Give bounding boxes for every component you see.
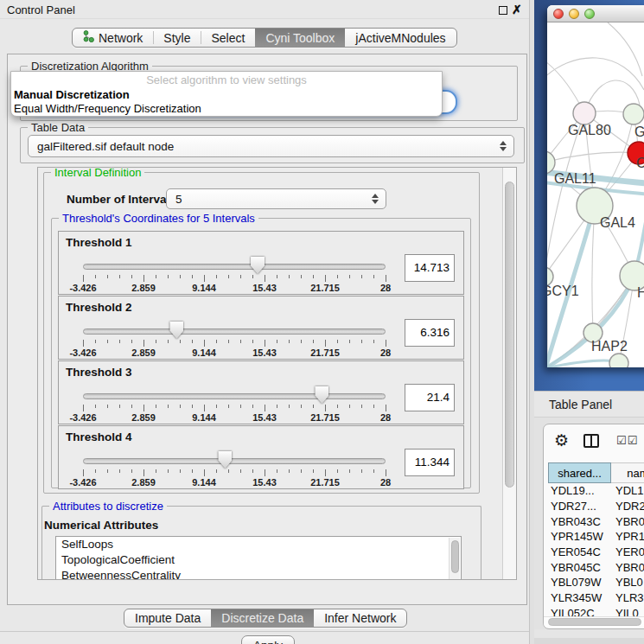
threshold-slider-thumb[interactable] bbox=[251, 257, 265, 274]
slider-tick bbox=[143, 340, 144, 347]
network-node-label: H bbox=[637, 285, 644, 300]
algorithm-option[interactable]: Equal Width/Frequency Discretization bbox=[11, 102, 442, 116]
attributes-list[interactable]: SelfLoopsTopologicalCoefficientBetweenne… bbox=[55, 536, 462, 580]
attributes-list-scrollbar[interactable] bbox=[449, 538, 460, 580]
table-hscrollbar-thumb[interactable] bbox=[548, 618, 641, 626]
network-node[interactable] bbox=[609, 354, 628, 367]
table-hscrollbar[interactable] bbox=[544, 616, 644, 627]
table-row[interactable]: YBR043CYBR0 bbox=[548, 513, 644, 529]
slider-tick bbox=[252, 469, 253, 473]
num-intervals-combo[interactable]: 5 bbox=[166, 188, 386, 209]
threshold-slider-track[interactable] bbox=[83, 264, 386, 270]
slider-tick bbox=[83, 405, 84, 411]
zoom-traffic-light-icon[interactable] bbox=[584, 9, 595, 19]
tab-label: Cyni Toolbox bbox=[265, 31, 335, 45]
slider-tick bbox=[361, 405, 362, 408]
table-row[interactable]: YER054CYER0 bbox=[548, 545, 644, 560]
tab-label: Network bbox=[99, 31, 143, 45]
table-row[interactable]: YPR145WYPR1 bbox=[548, 529, 644, 545]
slider-tick bbox=[386, 275, 386, 282]
apply-button[interactable]: Apply bbox=[241, 635, 295, 644]
settings-vscrollbar-thumb[interactable] bbox=[505, 182, 514, 488]
slider-tick bbox=[313, 469, 314, 473]
tab-infer-network[interactable]: Infer Network bbox=[314, 609, 406, 627]
slider-tick bbox=[95, 405, 96, 408]
slider-tick bbox=[156, 405, 156, 408]
slider-tick-labels: -3.4262.8599.14415.4321.71528 bbox=[83, 477, 386, 488]
table-column-header[interactable]: shared... bbox=[548, 462, 611, 483]
float-window-icon[interactable] bbox=[499, 6, 507, 15]
table-data-group-title: Table Data bbox=[28, 121, 88, 134]
tab-discretize-data[interactable]: Discretize Data bbox=[211, 609, 314, 627]
network-node[interactable] bbox=[573, 102, 596, 124]
threshold-value-field[interactable]: 21.4 bbox=[405, 384, 455, 411]
network-node-label: GAL80 bbox=[568, 123, 611, 137]
slider-tick-label: 9.144 bbox=[192, 348, 216, 358]
slider-tick bbox=[337, 340, 338, 343]
attribute-list-item[interactable]: SelfLoops bbox=[56, 537, 461, 552]
tab-jactivemnodules[interactable]: jActiveMNodules bbox=[345, 29, 456, 47]
algorithm-option[interactable]: Manual Discretization bbox=[11, 88, 442, 102]
slider-tick-labels: -3.4262.8599.14415.4321.71528 bbox=[83, 412, 386, 424]
table-column-header[interactable]: name bbox=[611, 462, 644, 483]
tab-network[interactable]: Network bbox=[73, 29, 153, 47]
slider-tick bbox=[131, 405, 132, 408]
attribute-list-item[interactable]: TopologicalCoefficient bbox=[56, 552, 461, 568]
threshold-label: Threshold 1 bbox=[66, 236, 132, 249]
table-row[interactable]: YDL19...YDL1 bbox=[548, 483, 644, 499]
threshold-slider-thumb[interactable] bbox=[218, 451, 232, 469]
network-graph: GAL80G.CGAL11GAL4GCY1HHAP2 bbox=[547, 22, 644, 367]
network-window[interactable]: GAL80G.CGAL11GAL4GCY1HHAP2 bbox=[547, 5, 644, 367]
attributes-scrollbar-thumb[interactable] bbox=[451, 540, 459, 573]
close-icon[interactable]: ✗ bbox=[512, 3, 522, 16]
slider-tick bbox=[313, 275, 314, 278]
network-canvas[interactable]: GAL80G.CGAL11GAL4GCY1HHAP2 bbox=[547, 22, 644, 367]
network-window-titlebar[interactable] bbox=[547, 5, 644, 22]
tab-select[interactable]: Select bbox=[201, 29, 255, 47]
thresholds-group-title: Threshold's Coordinates for 5 Intervals bbox=[59, 212, 258, 225]
columns-icon[interactable] bbox=[583, 434, 599, 448]
slider-tick bbox=[240, 405, 241, 408]
slider-thumb-shape bbox=[218, 451, 232, 469]
table-row[interactable]: YBL079WYBL0 bbox=[548, 575, 644, 590]
threshold-panel: Threshold 2-3.4262.8599.14415.4321.71528… bbox=[58, 296, 464, 360]
slider-tick bbox=[119, 405, 120, 408]
threshold-slider-track[interactable] bbox=[83, 458, 386, 464]
threshold-slider-thumb[interactable] bbox=[169, 322, 183, 339]
table-cell: YER0 bbox=[611, 545, 644, 558]
slider-tick bbox=[168, 469, 169, 473]
slider-tick bbox=[265, 340, 265, 347]
slider-tick bbox=[156, 469, 156, 473]
threshold-slider-track[interactable] bbox=[83, 393, 386, 399]
threshold-value-field[interactable]: 14.713 bbox=[405, 254, 455, 282]
network-node[interactable] bbox=[623, 104, 644, 124]
tab-impute-data[interactable]: Impute Data bbox=[124, 609, 211, 627]
select-columns-icon[interactable]: ☑☑ bbox=[616, 434, 638, 447]
attribute-list-item[interactable]: BetweennessCentrality bbox=[56, 568, 461, 580]
threshold-slider-thumb[interactable] bbox=[315, 386, 328, 404]
slider-tick bbox=[289, 340, 290, 343]
settings-vscrollbar[interactable] bbox=[502, 168, 516, 579]
slider-tick bbox=[156, 340, 156, 343]
table-data-combo[interactable]: galFiltered.sif default node bbox=[28, 135, 514, 157]
table-row[interactable]: YDR27...YDR2 bbox=[548, 499, 644, 514]
tab-cyni-toolbox[interactable]: Cyni Toolbox bbox=[255, 29, 345, 47]
threshold-value-field[interactable]: 11.344 bbox=[405, 449, 455, 476]
table-row[interactable]: YLR345WYLR3 bbox=[548, 590, 644, 606]
threshold-panel: Threshold 3-3.4262.8599.14415.4321.71528… bbox=[58, 360, 464, 424]
slider-tick bbox=[313, 340, 314, 343]
threshold-value-field[interactable]: 6.316 bbox=[405, 319, 455, 347]
minimize-traffic-light-icon[interactable] bbox=[569, 9, 579, 19]
table-row[interactable]: YIL052CYIL0 bbox=[548, 606, 644, 617]
table-row[interactable]: YBR045CYBR0 bbox=[548, 559, 644, 575]
gear-icon[interactable]: ⚙ bbox=[554, 430, 569, 450]
tab-style[interactable]: Style bbox=[153, 29, 201, 47]
slider-tick-label: 21.715 bbox=[310, 412, 340, 423]
threshold-slider-track[interactable] bbox=[83, 328, 386, 335]
slider-tick bbox=[216, 469, 217, 473]
slider-tick bbox=[373, 405, 374, 408]
slider-tick bbox=[216, 340, 217, 343]
slider-tick-label: 28 bbox=[380, 348, 391, 358]
close-traffic-light-icon[interactable] bbox=[553, 9, 564, 19]
table-header-row: shared...name bbox=[548, 462, 644, 483]
